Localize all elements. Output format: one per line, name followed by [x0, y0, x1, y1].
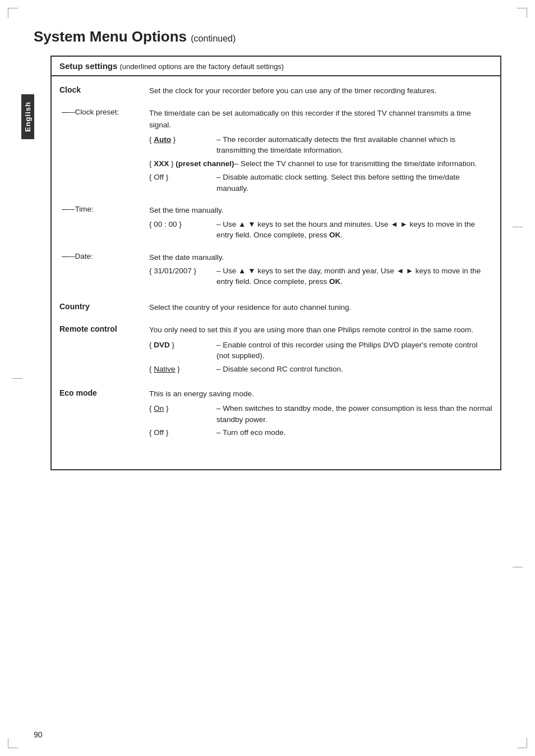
- side-mark-right: [513, 227, 523, 227]
- page-title: System Menu Options (continued): [34, 28, 501, 45]
- option-key-native: { Native }: [149, 364, 216, 375]
- side-mark-right-2: [513, 567, 523, 567]
- date-label: —Date:: [59, 252, 149, 290]
- time-desc: Set the time manually. { 00 : 00 } – Use…: [149, 205, 492, 242]
- sub-row-time: —Time: Set the time manually. { 00 : 00 …: [59, 205, 492, 242]
- page-container: English System Menu Options (continued) …: [0, 0, 535, 756]
- section-country: Country Select the country of your resid…: [59, 302, 492, 313]
- remote-control-label: Remote control: [59, 324, 149, 377]
- option-key-off-eco: { Off }: [149, 427, 216, 438]
- page-number: 90: [34, 730, 43, 739]
- clock-preset-label: —Clock preset:: [59, 108, 149, 196]
- language-sidebar: English: [21, 94, 34, 139]
- section-eco-mode: Eco mode This is an energy saving mode. …: [59, 388, 492, 441]
- option-off-clock: { Off } – Disable automatic clock settin…: [149, 172, 492, 194]
- setup-header: Setup settings (underlined options are t…: [52, 57, 500, 76]
- remote-control-desc: You only need to set this if you are usi…: [149, 324, 492, 377]
- option-time-value: { 00 : 00 } – Use ▲ ▼ keys to set the ho…: [149, 219, 492, 241]
- option-key-date: { 31/01/2007 }: [149, 265, 216, 277]
- option-key-on: { On }: [149, 403, 216, 414]
- sub-row-clock-preset: —Clock preset: The time/date can be set …: [59, 108, 492, 196]
- option-key-auto: { Auto }: [149, 134, 216, 145]
- corner-mark-bl: [8, 738, 18, 748]
- option-key-time: { 00 : 00 }: [149, 219, 216, 230]
- option-auto: { Auto } – The recorder automatically de…: [149, 134, 492, 156]
- option-date-value: { 31/01/2007 } – Use ▲ ▼ keys to set the…: [149, 265, 492, 287]
- corner-mark-tl: [8, 8, 18, 18]
- section-remote-control: Remote control You only need to set this…: [59, 324, 492, 377]
- sub-row-date: —Date: Set the date manually. { 31/01/20…: [59, 252, 492, 290]
- country-desc: Select the country of your residence for…: [149, 302, 492, 313]
- option-desc-native: – Disable second RC control function.: [216, 364, 492, 375]
- section-clock: Clock Set the clock for your recorder be…: [59, 85, 492, 97]
- option-xxx: { XXX } (preset channel) – Select the TV…: [149, 158, 492, 169]
- clock-preset-desc: The time/date can be set automatically o…: [149, 108, 492, 196]
- option-on: { On } – When switches to standby mode, …: [149, 403, 492, 425]
- option-desc-xxx: – Select the TV channel to use for trans…: [234, 158, 492, 169]
- clock-label: Clock: [59, 85, 149, 97]
- option-desc-time: – Use ▲ ▼ keys to set the hours and minu…: [216, 219, 492, 241]
- option-desc-date: – Use ▲ ▼ keys to set the day, month and…: [216, 265, 492, 287]
- option-key-xxx: { XXX } (preset channel): [149, 158, 234, 169]
- setup-box: Setup settings (underlined options are t…: [50, 56, 501, 470]
- option-key-dvd: { DVD }: [149, 340, 216, 351]
- side-mark-left: [12, 378, 22, 379]
- option-off-eco: { Off } – Turn off eco mode.: [149, 427, 492, 438]
- date-desc: Set the date manually. { 31/01/2007 } – …: [149, 252, 492, 290]
- option-dvd: { DVD } – Enable control of this recorde…: [149, 340, 492, 361]
- time-label: —Time:: [59, 205, 149, 242]
- option-desc-dvd: – Enable control of this recorder using …: [216, 340, 492, 361]
- eco-mode-label: Eco mode: [59, 388, 149, 441]
- setup-content: Clock Set the clock for your recorder be…: [52, 76, 500, 469]
- option-desc-off-clock: – Disable automatic clock setting. Selec…: [216, 172, 492, 194]
- eco-mode-desc: This is an energy saving mode. { On } – …: [149, 388, 492, 441]
- option-desc-auto: – The recorder automatically detects the…: [216, 134, 492, 156]
- option-desc-off-eco: – Turn off eco mode.: [216, 427, 492, 438]
- option-native: { Native } – Disable second RC control f…: [149, 364, 492, 375]
- option-desc-on: – When switches to standby mode, the pow…: [216, 403, 492, 425]
- option-key-off-clock: { Off }: [149, 172, 216, 183]
- clock-desc: Set the clock for your recorder before y…: [149, 85, 492, 97]
- corner-mark-br: [517, 738, 527, 748]
- corner-mark-tr: [517, 8, 527, 18]
- country-label: Country: [59, 302, 149, 313]
